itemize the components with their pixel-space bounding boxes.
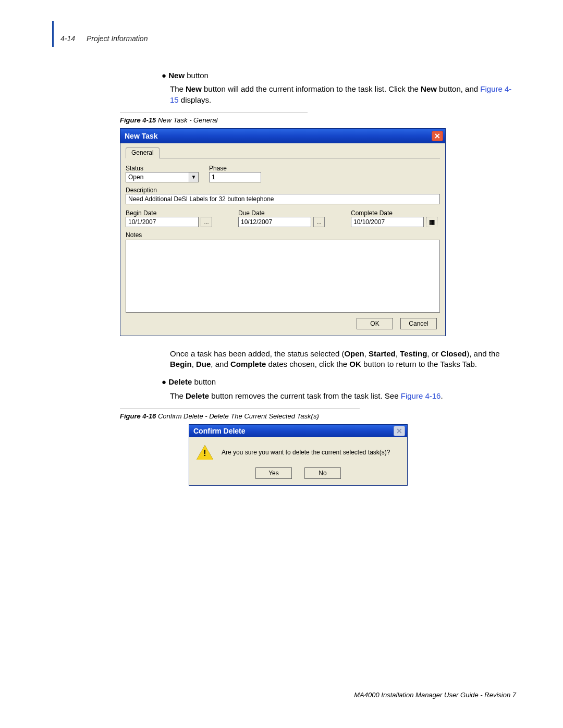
new-task-window: New Task ✕ General Status Open ▼	[120, 128, 446, 336]
calendar-icon[interactable]: ▦	[426, 217, 437, 227]
cancel-button[interactable]: Cancel	[400, 318, 437, 329]
complete-date-input[interactable]: 10/10/2007	[351, 217, 424, 227]
figure-16-caption: Figure 4-16 Confirm Delete - Delete The …	[120, 412, 516, 420]
header-section: Project Information	[87, 34, 148, 43]
no-button[interactable]: No	[304, 467, 341, 479]
close-icon: ✕	[394, 426, 405, 436]
begin-date-picker-button[interactable]: ...	[201, 217, 212, 227]
page-footer: MA4000 Installation Manager User Guide -…	[354, 691, 516, 699]
figref-4-16[interactable]: Figure 4-16	[401, 391, 441, 400]
confirm-delete-window: Confirm Delete ✕ ! Are you sure you want…	[189, 424, 408, 486]
status-label: Status	[126, 165, 199, 172]
chevron-down-icon[interactable]: ▼	[189, 172, 198, 182]
due-date-picker-button[interactable]: ...	[313, 217, 325, 227]
header-page-number: 4-14	[60, 34, 75, 43]
close-icon[interactable]: ✕	[432, 131, 443, 141]
notes-textarea[interactable]	[126, 240, 440, 313]
page-header: 4-14 Project Information	[60, 34, 148, 43]
confirm-delete-message: Are you sure you want to delete the curr…	[222, 449, 390, 456]
bullet-new: New button	[162, 70, 516, 81]
phase-input[interactable]: 1	[209, 172, 261, 182]
bullet-delete: Delete button	[162, 377, 516, 387]
new-task-title: New Task	[125, 132, 158, 140]
bullet-delete-bold: Delete	[168, 377, 192, 386]
due-date-label: Due Date	[238, 209, 325, 217]
figure-16-rule	[120, 409, 360, 409]
confirm-delete-titlebar: Confirm Delete ✕	[189, 425, 407, 437]
description-label: Description	[126, 187, 440, 194]
description-input[interactable]: Need Additional DeSI Labels for 32 butto…	[126, 194, 440, 204]
yes-button[interactable]: Yes	[255, 467, 292, 479]
complete-date-label: Complete Date	[351, 209, 437, 217]
begin-date-input[interactable]: 10/1/2007	[126, 217, 199, 227]
paragraph-delete: The Delete button removes the current ta…	[170, 391, 516, 401]
new-task-titlebar: New Task ✕	[120, 129, 445, 143]
bullet-delete-rest: button	[192, 377, 216, 386]
paragraph-status: Once a task has been added, the status s…	[170, 349, 516, 370]
status-value: Open	[128, 174, 143, 181]
warning-icon: !	[197, 445, 213, 460]
figure-15-caption: Figure 4-15 New Task - General	[120, 116, 516, 124]
notes-label: Notes	[126, 231, 440, 239]
due-date-input[interactable]: 10/12/2007	[238, 217, 311, 227]
tab-general[interactable]: General	[126, 147, 160, 158]
confirm-delete-title: Confirm Delete	[193, 427, 246, 435]
status-select[interactable]: Open ▼	[126, 172, 199, 182]
header-rule	[52, 21, 54, 47]
bullet-new-rest: button	[185, 71, 209, 80]
figure-15-rule	[120, 113, 308, 113]
ok-button[interactable]: OK	[357, 318, 393, 329]
bullet-new-bold: New	[168, 71, 185, 80]
paragraph-new: The New button will add the current info…	[170, 84, 516, 105]
begin-date-label: Begin Date	[126, 209, 212, 217]
phase-label: Phase	[209, 165, 261, 172]
